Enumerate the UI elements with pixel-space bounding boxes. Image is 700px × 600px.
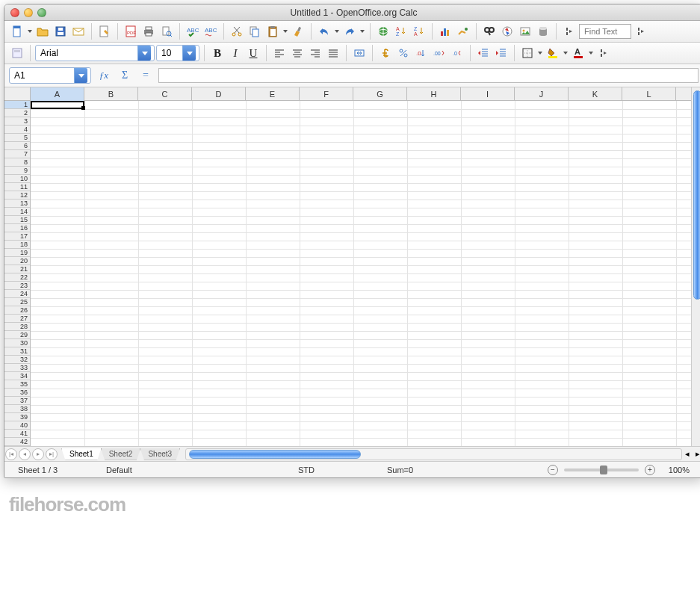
currency-icon[interactable]: [377, 45, 394, 61]
borders-icon[interactable]: [519, 45, 536, 61]
row-header[interactable]: 13: [4, 200, 30, 208]
data-sources-icon[interactable]: [535, 23, 551, 40]
open-icon[interactable]: [34, 23, 51, 40]
row-header[interactable]: 2: [4, 109, 30, 117]
row-header[interactable]: 34: [4, 372, 30, 380]
new-dropdown-icon[interactable]: [27, 30, 33, 33]
row-header[interactable]: 28: [4, 323, 30, 331]
tab-nav-next-icon[interactable]: ▸: [32, 448, 44, 460]
row-header[interactable]: 14: [4, 208, 30, 216]
row-header[interactable]: 23: [4, 282, 30, 290]
align-right-icon[interactable]: [307, 45, 323, 61]
sheet-tab[interactable]: Sheet1: [61, 448, 102, 460]
column-header[interactable]: F: [300, 87, 353, 101]
active-cell-cursor[interactable]: [31, 101, 84, 109]
underline-button[interactable]: U: [245, 45, 261, 61]
column-header[interactable]: D: [192, 87, 246, 101]
formula-input[interactable]: [158, 68, 699, 83]
cells-area[interactable]: [31, 101, 691, 446]
font-name-input[interactable]: [36, 48, 137, 58]
merge-cells-icon[interactable]: [351, 45, 368, 61]
redo-icon[interactable]: [341, 23, 358, 40]
row-header[interactable]: 19: [4, 249, 30, 257]
redo-dropdown-icon[interactable]: [359, 30, 365, 33]
find-text-input[interactable]: [579, 24, 631, 39]
navigator-icon[interactable]: [499, 23, 515, 40]
row-header[interactable]: 41: [4, 430, 30, 438]
increase-indent-icon[interactable]: [493, 45, 509, 61]
row-header[interactable]: 35: [4, 380, 30, 389]
column-header[interactable]: K: [569, 87, 622, 101]
sort-desc-icon[interactable]: ZA: [411, 23, 427, 40]
row-header[interactable]: 15: [4, 216, 30, 224]
cut-icon[interactable]: [229, 23, 245, 40]
row-header[interactable]: 11: [4, 183, 30, 191]
styles-icon[interactable]: [9, 45, 25, 61]
auto-spellcheck-icon[interactable]: ABC: [202, 23, 219, 40]
zoom-level[interactable]: 100%: [661, 466, 697, 474]
font-size-combo[interactable]: [156, 45, 199, 61]
vertical-scrollbar[interactable]: [691, 87, 700, 446]
zoom-in-button[interactable]: +: [645, 465, 655, 475]
column-header[interactable]: A: [31, 87, 84, 101]
align-left-icon[interactable]: [271, 45, 288, 61]
row-header[interactable]: 8: [4, 158, 30, 167]
spellcheck-icon[interactable]: ABC: [185, 23, 201, 40]
row-header[interactable]: 16: [4, 224, 30, 232]
column-header[interactable]: L: [622, 87, 676, 101]
row-header[interactable]: 33: [4, 364, 30, 372]
row-header[interactable]: 24: [4, 290, 30, 298]
name-box-dropdown-icon[interactable]: [74, 68, 87, 83]
sheet-tab[interactable]: Sheet3: [140, 448, 180, 460]
zoom-slider[interactable]: [564, 468, 639, 471]
find-replace-icon[interactable]: [481, 23, 498, 40]
row-header[interactable]: 38: [4, 405, 30, 413]
row-header[interactable]: 26: [4, 306, 30, 315]
row-header[interactable]: 10: [4, 175, 30, 183]
print-preview-icon[interactable]: [158, 23, 175, 40]
sheet-tab[interactable]: Sheet2: [101, 448, 141, 460]
font-color-icon[interactable]: A: [570, 45, 586, 61]
row-header[interactable]: 25: [4, 298, 30, 306]
toolbar-end-more-icon[interactable]: [633, 23, 649, 40]
paste-icon[interactable]: [264, 23, 281, 40]
close-button[interactable]: [10, 8, 19, 17]
toolbar-more-icon[interactable]: [561, 23, 577, 40]
font-name-dropdown-icon[interactable]: [137, 46, 151, 61]
column-header[interactable]: J: [515, 87, 569, 101]
copy-icon[interactable]: [247, 23, 263, 40]
row-header[interactable]: 20: [4, 257, 30, 265]
select-all-corner[interactable]: [4, 87, 31, 101]
column-header[interactable]: I: [461, 87, 515, 101]
row-header[interactable]: 39: [4, 413, 30, 421]
hscroll-right-icon[interactable]: ▸: [693, 449, 700, 459]
sum-icon[interactable]: Σ: [117, 67, 133, 84]
new-document-icon[interactable]: [9, 23, 25, 40]
row-header[interactable]: 9: [4, 167, 30, 175]
row-header[interactable]: 22: [4, 273, 30, 282]
hyperlink-icon[interactable]: [375, 23, 391, 40]
zoom-slider-knob[interactable]: [600, 466, 607, 474]
status-sum[interactable]: Sum=0: [380, 466, 469, 474]
font-size-dropdown-icon[interactable]: [182, 46, 196, 61]
align-justify-icon[interactable]: [325, 45, 341, 61]
column-header[interactable]: G: [353, 87, 407, 101]
save-icon[interactable]: [52, 23, 69, 40]
row-header[interactable]: 4: [4, 126, 30, 134]
font-name-combo[interactable]: [35, 45, 155, 61]
number-standard-icon[interactable]: .0: [413, 45, 430, 61]
zoom-out-button[interactable]: −: [548, 465, 558, 475]
print-icon[interactable]: [140, 23, 157, 40]
italic-button[interactable]: I: [227, 45, 244, 61]
undo-icon[interactable]: [316, 23, 332, 40]
row-header[interactable]: 37: [4, 397, 30, 405]
formatting-more-icon[interactable]: [595, 45, 612, 61]
undo-dropdown-icon[interactable]: [334, 30, 340, 33]
titlebar[interactable]: Untitled 1 - OpenOffice.org Calc: [4, 4, 700, 21]
row-header[interactable]: 27: [4, 315, 30, 323]
zoom-button[interactable]: [37, 8, 46, 17]
bg-color-dropdown-icon[interactable]: [563, 52, 569, 55]
align-center-icon[interactable]: [289, 45, 306, 61]
horizontal-scroll-thumb[interactable]: [189, 450, 361, 459]
column-header[interactable]: B: [84, 87, 138, 101]
